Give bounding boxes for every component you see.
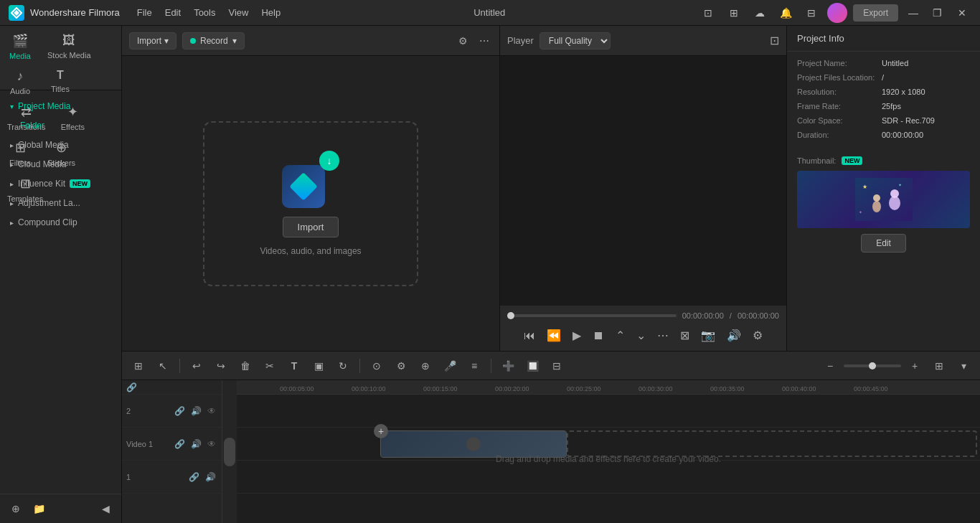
- filter-icon[interactable]: ⚙: [456, 32, 471, 50]
- link-button[interactable]: 🔲: [522, 355, 543, 377]
- quality-select[interactable]: Full Quality 1/2 Quality 1/4 Quality: [540, 32, 611, 50]
- scene-detection-icon[interactable]: ⊡: [770, 34, 779, 47]
- sidebar-item-influence-kit[interactable]: ▸ Influence Kit NEW: [3, 174, 118, 193]
- titlebar-left: Wondershare Filmora File Edit Tools View…: [9, 5, 281, 21]
- progress-handle[interactable]: [507, 312, 514, 319]
- mark-in-button[interactable]: ⌃: [613, 326, 628, 345]
- menu-view[interactable]: View: [228, 7, 248, 18]
- link-tracks-icon[interactable]: 🔗: [126, 382, 137, 392]
- track-2-audio-icon[interactable]: 🔊: [189, 405, 203, 418]
- mark-out-button[interactable]: ⌄: [633, 326, 649, 345]
- edit-thumbnail-button[interactable]: Edit: [861, 234, 906, 253]
- delete-button[interactable]: 🗑: [235, 355, 256, 377]
- more-timeline-button[interactable]: ▾: [953, 355, 974, 377]
- audio-button[interactable]: 🎤: [439, 355, 461, 377]
- menu-edit[interactable]: Edit: [165, 7, 181, 18]
- collapse-icon[interactable]: ◀: [95, 499, 116, 519]
- restore-button[interactable]: ❐: [928, 4, 947, 22]
- record-button[interactable]: Record ▾: [182, 32, 245, 50]
- add-track-button[interactable]: ⊕: [415, 355, 436, 377]
- media-icon: 🎬: [12, 33, 28, 49]
- track-2-label: 2: [126, 407, 170, 415]
- track-2-lock-icon[interactable]: 🔗: [173, 405, 187, 418]
- snapshot-button[interactable]: 📷: [698, 326, 718, 345]
- scene-view-button[interactable]: ⊞: [128, 355, 149, 377]
- track-1-visibility-icon[interactable]: 👁: [206, 438, 217, 451]
- more-controls-button[interactable]: ⋯: [654, 326, 672, 345]
- window-title: Untitled: [473, 7, 505, 18]
- info-row-name: Project Name: Untitled: [797, 59, 970, 67]
- zoom-out-button[interactable]: −: [819, 355, 841, 377]
- more-options-icon[interactable]: ⋯: [476, 32, 492, 50]
- import-center-button[interactable]: Import: [283, 217, 339, 237]
- fullscreen-button[interactable]: ⊠: [677, 326, 692, 345]
- info-row-framerate: Frame Rate: 25fps: [797, 102, 970, 110]
- sidebar-item-adjustment[interactable]: ▸ Adjustment La...: [3, 194, 118, 212]
- cloud-upload-icon[interactable]: ☁: [750, 3, 770, 23]
- step-back-button[interactable]: ⏪: [544, 326, 564, 345]
- folder-label: Folder: [20, 121, 44, 131]
- player-view: [500, 56, 786, 306]
- menu-help[interactable]: Help: [261, 7, 281, 18]
- notification-icon[interactable]: 🔔: [776, 3, 796, 23]
- rewind-button[interactable]: ⏮: [521, 326, 538, 345]
- close-button[interactable]: ✕: [953, 4, 971, 22]
- player-controls: 00:00:00:00 / 00:00:00:00 ⏮ ⏪ ▶ ⏹ ⌃ ⌄ ⋯: [500, 306, 786, 351]
- grid-view-button[interactable]: ⊞: [928, 355, 950, 377]
- split-icon[interactable]: ⊞: [724, 3, 744, 23]
- select-tool-button[interactable]: ↖: [152, 355, 174, 377]
- track-1-label: Video 1: [126, 440, 170, 448]
- center-column: Import ▾ Record ▾ ⚙ ⋯: [122, 26, 980, 523]
- keyframe-button[interactable]: ≡: [463, 355, 485, 377]
- layout-icon[interactable]: ⊟: [801, 3, 821, 23]
- minimize-button[interactable]: —: [904, 4, 923, 22]
- compact-icon[interactable]: ⊡: [698, 3, 718, 23]
- zoom-slider[interactable]: [844, 364, 901, 367]
- track-audio-lock-icon[interactable]: 🔗: [187, 471, 201, 484]
- import-dropdown-arrow: ▾: [164, 36, 169, 46]
- redo-button[interactable]: ↪: [210, 355, 232, 377]
- settings-button[interactable]: ⚙: [750, 326, 765, 345]
- menu-file[interactable]: File: [137, 7, 152, 18]
- progress-bar[interactable]: [507, 314, 677, 317]
- motion-track-button[interactable]: ⚙: [390, 355, 412, 377]
- cloud-media-label: Cloud Media: [18, 159, 66, 169]
- track-1-audio-icon[interactable]: 🔊: [189, 438, 203, 451]
- zoom-handle: [869, 362, 876, 369]
- info-label-name: Project Name:: [797, 59, 876, 67]
- rotate-button[interactable]: ↻: [332, 355, 354, 377]
- audio-icon: ♪: [17, 69, 24, 84]
- track-audio-volume-icon[interactable]: 🔊: [204, 471, 217, 484]
- detach-button[interactable]: ⊟: [546, 355, 567, 377]
- play-button[interactable]: ▶: [570, 326, 584, 345]
- info-row-location: Project Files Location: /: [797, 73, 970, 82]
- avatar[interactable]: [827, 3, 847, 23]
- undo-button[interactable]: ↩: [186, 355, 207, 377]
- zoom-in-button[interactable]: +: [904, 355, 925, 377]
- sidebar-item-project-media[interactable]: ▾ Project Media: [3, 97, 118, 116]
- sidebar-item-compound-clip[interactable]: ▸ Compound Clip: [3, 213, 118, 232]
- track-1-lock-icon[interactable]: 🔗: [173, 438, 187, 451]
- track-audio-label: 1: [126, 473, 184, 481]
- volume-button[interactable]: 🔊: [724, 326, 744, 345]
- import-button[interactable]: Import ▾: [129, 32, 176, 50]
- folder-icon[interactable]: 📁: [29, 499, 49, 519]
- sidebar-item-folder[interactable]: Folder: [3, 116, 118, 135]
- track-2-visibility-icon[interactable]: 👁: [206, 405, 217, 418]
- text-button[interactable]: T: [283, 355, 305, 377]
- sidebar-item-global-media[interactable]: ▸ Global Media: [3, 136, 118, 154]
- split-button[interactable]: ➕: [497, 355, 519, 377]
- sidebar-item-cloud-media[interactable]: ▸ Cloud Media: [3, 155, 118, 174]
- stop-button[interactable]: ⏹: [590, 326, 607, 345]
- down-arrow-icon: ↓: [319, 151, 339, 171]
- color-match-button[interactable]: ⊙: [366, 355, 387, 377]
- crop-button[interactable]: ▣: [308, 355, 329, 377]
- add-folder-icon[interactable]: ⊕: [6, 499, 26, 519]
- tab-stock-media[interactable]: 🖼 Stock Media: [40, 29, 98, 64]
- export-button[interactable]: Export: [853, 4, 898, 22]
- scroll-handle[interactable]: [224, 438, 235, 466]
- add-clip-button[interactable]: +: [374, 424, 388, 438]
- cut-button[interactable]: ✂: [259, 355, 281, 377]
- tab-media[interactable]: 🎬 Media: [0, 29, 40, 65]
- menu-tools[interactable]: Tools: [194, 7, 215, 18]
